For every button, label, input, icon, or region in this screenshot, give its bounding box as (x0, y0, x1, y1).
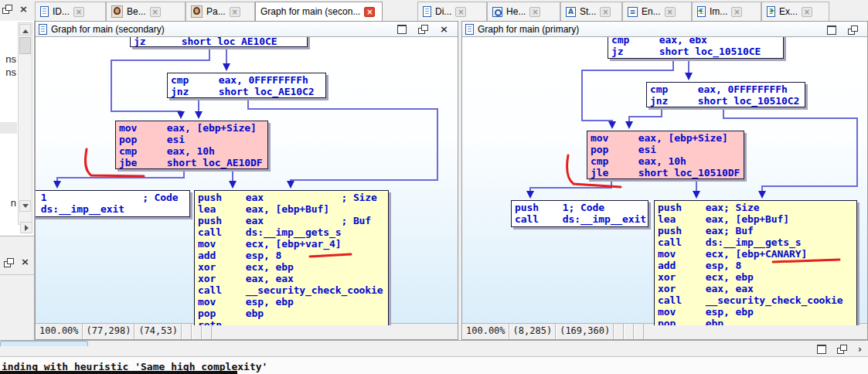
tab-imports[interactable]: Im... (692, 2, 761, 21)
tab-close-icon[interactable] (364, 7, 375, 17)
pane-titlebar[interactable]: Graph for main (primary) (462, 22, 867, 37)
exports-icon (767, 6, 775, 17)
tab-label: Di... (435, 6, 451, 17)
status-cell (624, 324, 634, 339)
enums-icon: ≡ (628, 7, 638, 17)
scroll-up-icon[interactable] (19, 24, 31, 36)
tab-di[interactable]: Di... (417, 2, 487, 21)
functions-list[interactable]: ns ns n (0, 21, 34, 236)
close-panel-icon[interactable] (19, 5, 28, 14)
basic-block-gets[interactable]: push eax; Size lea eax, [ebp+Buf] push e… (654, 200, 857, 325)
tab-close-icon[interactable] (73, 7, 84, 17)
pane-title: Graph for main (secondary) (51, 24, 165, 35)
tab-label: En... (642, 6, 661, 17)
list-item[interactable]: n (0, 197, 16, 209)
selected-row[interactable] (0, 122, 17, 134)
tab-label: He... (506, 6, 526, 17)
tab-label: Im... (710, 6, 727, 17)
graph-canvas[interactable]: cmp eax, ebx jz short loc_10510CE cmp ea… (462, 37, 867, 325)
document-icon (40, 6, 49, 17)
basic-block-exit[interactable]: push 1 ; Code call ds:__imp__exit (36, 190, 190, 217)
clipped-log-line (0, 371, 237, 374)
scroll-right-icon[interactable] (20, 222, 32, 233)
list-item[interactable]: ns (0, 53, 16, 65)
zoom-level: 100.00% (36, 324, 83, 339)
tab-label: Be... (127, 6, 146, 17)
tab-label: Graph for main (secon... (260, 6, 360, 17)
pane-titlebar[interactable]: Graph for main (secondary) (36, 22, 458, 37)
tab-bar: ID... Be... Pa... Graph for main (secon.… (0, 0, 868, 22)
tab-label: Pa... (206, 6, 226, 17)
status-cell (634, 324, 644, 339)
tab-label: ID... (53, 6, 70, 17)
tab-close-icon[interactable] (150, 7, 161, 17)
graph-view-icon (465, 24, 474, 35)
scrollbar-thumb[interactable] (19, 37, 31, 54)
overflow-icon[interactable] (858, 344, 862, 355)
basic-block-jz[interactable]: jz short loc_AE10CE (130, 37, 308, 47)
tab-structures[interactable]: A St... (560, 2, 622, 21)
hex-view-icon (492, 7, 502, 17)
basic-block-bounds-check[interactable]: mov eax, [ebp+Size] pop esi cmp eax, 10h… (587, 131, 744, 179)
output-panel-buttons (817, 344, 862, 355)
coordinate-1: (8,285) (509, 324, 557, 339)
float-icon[interactable] (848, 26, 858, 35)
zoom-level: 100.00% (462, 324, 509, 339)
tab-ida-view[interactable]: ID... (35, 2, 106, 21)
vertical-scrollbar[interactable] (18, 22, 32, 225)
float-panel-icon[interactable] (4, 258, 14, 267)
docked-panel-buttons (2, 5, 28, 14)
list-item[interactable]: ns (0, 66, 16, 78)
basic-block-cmp[interactable]: cmp eax, 0FFFFFFFFh jnz short loc_10510C… (646, 82, 805, 107)
graph-view-icon (39, 24, 47, 35)
tab-enums[interactable]: ≡ En... (622, 2, 692, 21)
status-cell (192, 324, 202, 339)
tab-close-icon[interactable] (230, 7, 240, 17)
functions-sidebar: ns ns n (0, 21, 35, 340)
scroll-down-icon[interactable] (19, 200, 31, 212)
structures-icon: A (566, 7, 576, 17)
basic-block-cmp[interactable]: cmp eax, 0FFFFFFFFh jnz short loc_AE10C2 (167, 73, 326, 98)
maximize-icon[interactable] (827, 26, 836, 35)
close-icon[interactable] (440, 25, 448, 34)
output-log[interactable]: inding with heuristic 'Same high complex… (0, 357, 868, 374)
tab-be[interactable]: Be... (106, 2, 186, 21)
imports-icon (697, 6, 706, 17)
tab-close-icon[interactable] (529, 7, 540, 17)
basic-block-bounds-check[interactable]: mov eax, [ebp+Size] pop esi cmp eax, 10h… (115, 121, 268, 169)
basic-block-gets[interactable]: push eax ; Size lea eax, [ebp+Buf] push … (194, 190, 389, 325)
tab-hex-view[interactable]: He... (487, 2, 560, 21)
pane-window-buttons (397, 25, 448, 34)
maximize-icon[interactable] (397, 25, 407, 34)
float-panel-icon[interactable] (2, 5, 12, 14)
basic-block-jz[interactable]: cmp eax, ebx jz short loc_10510CE (608, 37, 784, 59)
graph-canvas[interactable]: jz short loc_AE10CE cmp eax, 0FFFFFFFFh … (36, 37, 458, 325)
pane-title: Graph for main (primary) (478, 24, 579, 35)
status-cell (202, 324, 212, 339)
document-icon (423, 6, 431, 17)
avatar-icon (111, 5, 123, 18)
maximize-icon[interactable] (817, 345, 826, 354)
tab-close-icon[interactable] (802, 7, 812, 17)
tab-label: St... (580, 6, 596, 17)
coordinate-2: (169,360) (556, 324, 614, 339)
close-panel-icon[interactable] (21, 257, 29, 267)
bottom-tab-remnant[interactable] (0, 341, 88, 346)
tab-pa[interactable]: Pa... (186, 2, 255, 21)
tab-graph-main-secondary[interactable]: Graph for main (secon... (255, 2, 383, 21)
float-icon[interactable] (418, 25, 428, 34)
float-icon[interactable] (837, 345, 847, 354)
status-cell (614, 324, 624, 339)
basic-block-exit[interactable]: push 1; Code call ds:__imp__exit (511, 200, 648, 227)
pane-window-buttons (827, 25, 868, 36)
tab-exports[interactable]: Ex... (761, 2, 829, 21)
tab-close-icon[interactable] (455, 7, 466, 17)
coordinate-1: (77,298) (83, 324, 135, 339)
tab-close-icon[interactable] (665, 7, 676, 17)
tab-close-icon[interactable] (600, 7, 611, 17)
status-cell (182, 324, 192, 339)
output-panel-header (0, 340, 868, 357)
graph-pane-secondary: Graph for main (secondary) (35, 21, 458, 340)
pane-statusbar: 100.00% (77,298) (74,53) (36, 323, 458, 339)
tab-close-icon[interactable] (731, 7, 742, 17)
